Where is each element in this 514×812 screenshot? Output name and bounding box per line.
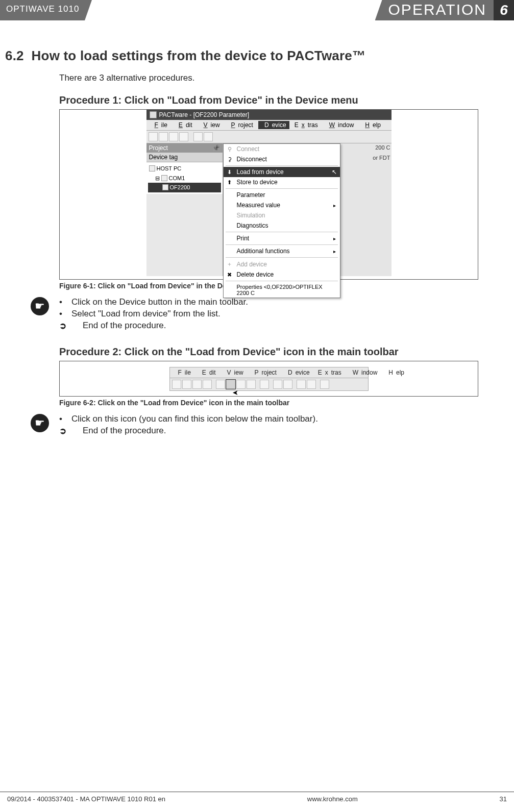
window-titlebar: PACTware - [OF2200 Parameter] bbox=[146, 110, 391, 120]
page-number: 31 bbox=[500, 795, 507, 803]
menu-item-store-to-device[interactable]: ⬆Store to device bbox=[224, 177, 340, 187]
device-icon bbox=[162, 184, 168, 190]
menu-item-print[interactable]: Print▸ bbox=[224, 233, 340, 243]
toolbar-button[interactable] bbox=[172, 380, 181, 389]
menu-help[interactable]: Help bbox=[359, 121, 384, 129]
menu-item-diagnostics[interactable]: Diagnostics bbox=[224, 220, 340, 231]
figure-6-2: File Edit View Project Device Extras Win… bbox=[59, 361, 478, 397]
menu-item-disconnect[interactable]: ⚳Disconnect bbox=[224, 154, 340, 164]
menu-item-delete-device[interactable]: ✖Delete device bbox=[224, 269, 340, 280]
load-from-device-button[interactable] bbox=[226, 380, 235, 389]
panel-pin-icon[interactable]: 📌 bbox=[212, 144, 220, 152]
toolbar-button[interactable] bbox=[203, 380, 212, 389]
tree-host[interactable]: HOST PC bbox=[148, 164, 221, 174]
cursor-icon: ➤ bbox=[232, 388, 238, 397]
tree-device[interactable]: OF2200 bbox=[148, 183, 221, 192]
toolbar bbox=[146, 131, 391, 143]
menu-item-add-device[interactable]: ＋Add device bbox=[224, 259, 340, 269]
menu-item-connect[interactable]: ⚲Connect bbox=[224, 144, 340, 154]
connect-icon: ⚲ bbox=[226, 146, 234, 153]
submenu-arrow-icon: ▸ bbox=[333, 203, 336, 208]
arrow-icon: ➲ bbox=[59, 321, 71, 331]
tree-com[interactable]: ⊟COM1 bbox=[148, 174, 221, 183]
menu-help[interactable]: Help bbox=[382, 368, 407, 377]
port-icon bbox=[161, 175, 167, 181]
chapter-number: 6 bbox=[494, 0, 514, 20]
menu-device[interactable]: Device bbox=[282, 368, 313, 377]
toolbar-button[interactable] bbox=[179, 132, 188, 141]
hand-icon: ☛ bbox=[31, 297, 49, 315]
menu-edit[interactable]: Edit bbox=[196, 368, 219, 377]
proc2-step1: Click on this icon (you can find this ic… bbox=[71, 414, 318, 424]
proc1-step1: Click on the Device button in the main t… bbox=[71, 297, 248, 307]
menu-item-simulation[interactable]: Simulation bbox=[224, 210, 340, 220]
toolbar-button[interactable] bbox=[192, 380, 202, 389]
menu-item-properties[interactable]: Properties <0,OF2200>OPTIFLEX 2200 C bbox=[224, 282, 340, 298]
toolbar: ➤ bbox=[169, 378, 369, 391]
menu-file[interactable]: File bbox=[149, 121, 170, 129]
menu-view[interactable]: View bbox=[198, 121, 223, 129]
disconnect-icon: ⚳ bbox=[226, 156, 234, 163]
footer-left: 09/2014 - 4003537401 - MA OPTIWAVE 1010 … bbox=[7, 795, 165, 803]
add-icon: ＋ bbox=[226, 260, 234, 268]
footer-center: www.krohne.com bbox=[307, 795, 358, 803]
procedure2-title: Procedure 2: Click on the "Load from Dev… bbox=[59, 346, 478, 358]
submenu-arrow-icon: ▸ bbox=[333, 249, 336, 254]
device-tree: HOST PC ⊟COM1 OF2200 bbox=[146, 162, 223, 194]
toolbar-button[interactable] bbox=[320, 380, 329, 389]
toolbar-button[interactable] bbox=[149, 132, 158, 141]
section-title: 6.2 How to load settings from the device… bbox=[5, 48, 483, 64]
toolbar-button[interactable] bbox=[260, 380, 269, 389]
toolbar-button[interactable] bbox=[247, 380, 256, 389]
toolbar-button[interactable] bbox=[297, 380, 306, 389]
project-panel: Project📌 Device tag HOST PC ⊟COM1 OF2200 bbox=[146, 143, 223, 276]
toolbar-button[interactable] bbox=[236, 380, 246, 389]
menu-extras[interactable]: Extras bbox=[315, 368, 345, 377]
delete-icon: ✖ bbox=[226, 272, 234, 278]
menu-file[interactable]: File bbox=[172, 368, 194, 377]
load-icon: ⬇ bbox=[226, 169, 234, 176]
menu-window[interactable]: Window bbox=[347, 368, 381, 377]
toolbar-button[interactable] bbox=[216, 380, 225, 389]
toolbar-button[interactable] bbox=[204, 132, 213, 141]
menu-edit[interactable]: Edit bbox=[173, 121, 195, 129]
menu-project[interactable]: Project bbox=[249, 368, 280, 377]
app-icon bbox=[150, 111, 157, 118]
toolbar-button[interactable] bbox=[182, 380, 191, 389]
device-menu-dropdown: ⚲Connect ⚳Disconnect ⬇Load from device↖ … bbox=[223, 143, 340, 298]
menu-view[interactable]: View bbox=[221, 368, 247, 377]
menu-item-measured-value[interactable]: Measured value▸ bbox=[224, 200, 340, 210]
menubar: File Edit View Project Device Extras Win… bbox=[169, 367, 369, 378]
proc2-end: End of the procedure. bbox=[71, 426, 166, 436]
menu-project[interactable]: Project bbox=[225, 121, 256, 129]
arrow-icon: ➲ bbox=[59, 426, 71, 436]
menu-window[interactable]: Window bbox=[323, 121, 357, 129]
menu-item-load-from-device[interactable]: ⬇Load from device↖ bbox=[224, 167, 340, 177]
toolbar-button[interactable] bbox=[169, 132, 178, 141]
menu-item-additional-functions[interactable]: Additional functions▸ bbox=[224, 246, 340, 256]
proc1-end: End of the procedure. bbox=[71, 321, 166, 331]
page-header: OPTIWAVE 1010 OPERATION 6 bbox=[0, 0, 514, 20]
intro-text: There are 3 alternative procedures. bbox=[59, 73, 478, 83]
figure-6-1: PACTware - [OF2200 Parameter] File Edit … bbox=[59, 109, 478, 280]
pc-icon bbox=[149, 165, 155, 171]
toolbar-button[interactable] bbox=[193, 132, 203, 141]
toolbar-button[interactable] bbox=[307, 380, 316, 389]
store-icon: ⬆ bbox=[226, 179, 234, 186]
toolbar-button[interactable] bbox=[283, 380, 292, 389]
hand-icon: ☛ bbox=[31, 414, 49, 432]
pactware-window: PACTware - [OF2200 Parameter] File Edit … bbox=[146, 110, 391, 279]
pactware-toolbar: File Edit View Project Device Extras Win… bbox=[169, 367, 369, 391]
menu-extras[interactable]: Extras bbox=[291, 121, 321, 129]
toolbar-button[interactable] bbox=[273, 380, 282, 389]
menu-item-parameter[interactable]: Parameter bbox=[224, 190, 340, 200]
procedure1-title: Procedure 1: Click on "Load from Device"… bbox=[59, 94, 478, 106]
menubar: File Edit View Project Device Extras Win… bbox=[146, 120, 391, 131]
menu-device[interactable]: Device bbox=[258, 121, 289, 129]
section-label: OPERATION bbox=[375, 0, 494, 20]
page-footer: 09/2014 - 4003537401 - MA OPTIWAVE 1010 … bbox=[0, 792, 514, 803]
toolbar-button[interactable] bbox=[159, 132, 168, 141]
figure-6-2-caption: Figure 6-2: Click on the "Load from Devi… bbox=[59, 399, 478, 407]
submenu-arrow-icon: ▸ bbox=[333, 236, 336, 241]
proc1-step2: Select "Load from device" from the list. bbox=[71, 309, 221, 319]
